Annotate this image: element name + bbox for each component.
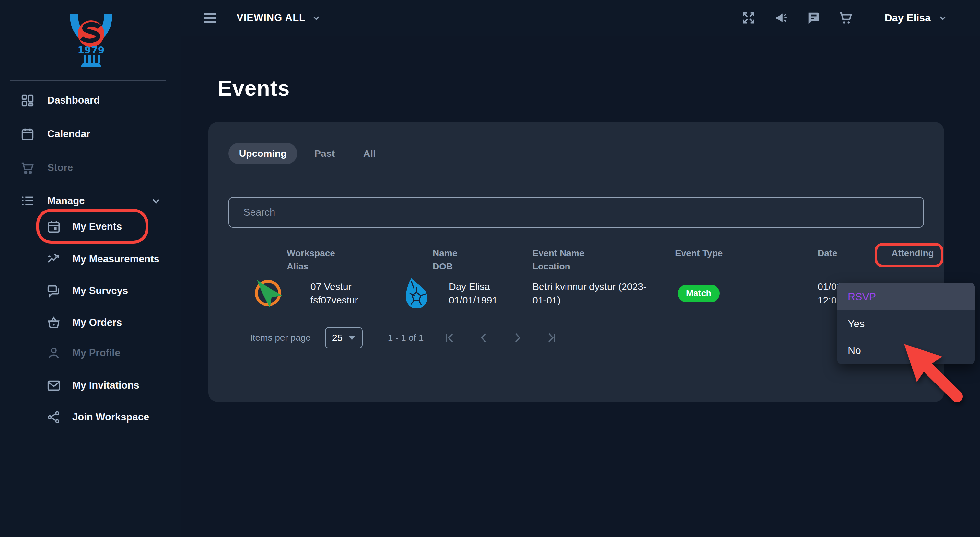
sidebar-item-join-workspace[interactable]: Join Workspace — [0, 401, 181, 433]
column-header-workspace: WorkspaceAlias — [287, 246, 377, 273]
sidebar-item-my-measurements[interactable]: My Measurements — [0, 243, 181, 275]
sidebar-item-dashboard[interactable]: Dashboard — [0, 84, 181, 117]
column-header-event-name: Event NameLocation — [516, 246, 675, 273]
sidebar-item-label: My Events — [72, 221, 122, 232]
dropdown-option-yes[interactable]: Yes — [837, 310, 975, 337]
topbar-actions: Day Elisa — [724, 10, 948, 25]
sidebar-item-my-profile[interactable]: My Profile — [0, 337, 181, 369]
invitations-envelope-icon — [46, 378, 61, 393]
page-header: Events — [181, 36, 980, 106]
surveys-icon — [46, 283, 61, 298]
sidebar-item-label: My Profile — [72, 347, 120, 359]
sidebar-item-store[interactable]: Store — [0, 152, 181, 184]
event-calendar-icon — [46, 219, 61, 234]
topbar: VIEWING ALL Day Elisa — [181, 0, 980, 36]
calendar-icon — [20, 127, 35, 141]
column-header-name: NameDOB — [433, 246, 516, 273]
event-name-cell: Betri kvinnur dystur (2023-01-01) — [516, 280, 675, 307]
page-size-value: 25 — [332, 333, 342, 343]
events-card: Upcoming Past All WorkspaceAlias NameDOB… — [208, 122, 944, 402]
match-badge: Match — [678, 285, 720, 302]
dropdown-option-label: No — [848, 345, 861, 357]
sidebar-item-my-events[interactable]: My Events — [0, 211, 181, 243]
sidebar-item-my-orders[interactable]: My Orders — [0, 307, 181, 339]
07-vestur-logo — [253, 277, 283, 308]
page-size-select[interactable]: 25 — [325, 327, 363, 348]
person-dob: 01/01/1991 — [449, 294, 516, 307]
workspace-logo-cell — [229, 277, 287, 310]
dashboard-icon — [20, 93, 35, 108]
chevron-down-icon — [937, 12, 948, 23]
football-comet-avatar — [403, 277, 430, 308]
page-title: Events — [218, 76, 290, 100]
hamburger-icon[interactable] — [204, 13, 216, 23]
user-name: Day Elisa — [885, 12, 931, 24]
sidebar-item-label: Manage — [47, 195, 84, 207]
sidebar-item-my-surveys[interactable]: My Surveys — [0, 275, 181, 307]
sidebar-item-label: Join Workspace — [72, 411, 149, 423]
previous-page-button[interactable] — [477, 331, 491, 345]
sidebar-divider — [10, 80, 166, 81]
profile-icon — [46, 346, 61, 361]
sidebar: 1979 Dashboard Calendar Store Manage — [0, 0, 181, 537]
tab-past[interactable]: Past — [314, 143, 335, 164]
sidebar-item-label: Dashboard — [47, 95, 100, 106]
viewing-all-dropdown[interactable]: VIEWING ALL — [237, 12, 322, 24]
cart-icon[interactable] — [838, 10, 854, 25]
tab-all[interactable]: All — [363, 143, 375, 164]
table-header-row: WorkspaceAlias NameDOB Event NameLocatio… — [229, 246, 924, 273]
workspace-cell: 07 Vestur fsf07vestur — [287, 280, 377, 307]
fsf-crest-logo: 1979 — [68, 13, 114, 68]
name-cell: Day Elisa 01/01/1991 — [433, 280, 516, 307]
store-cart-icon — [20, 160, 35, 175]
dropdown-option-label: RSVP — [848, 291, 876, 303]
sidebar-item-label: My Surveys — [72, 285, 128, 297]
sidebar-item-label: My Measurements — [72, 253, 159, 265]
pagination: Items per page 25 1 - 1 of 1 — [250, 327, 558, 348]
user-menu[interactable]: Day Elisa — [885, 12, 948, 24]
sidebar-item-label: Store — [47, 162, 73, 173]
chevron-down-icon — [150, 194, 163, 207]
search-input[interactable] — [229, 197, 924, 228]
table-row: 07 Vestur fsf07vestur Day Elisa 01/01/19… — [229, 274, 924, 313]
dropdown-option-rsvp[interactable]: RSVP — [837, 283, 975, 310]
column-header-attending: Attending — [876, 246, 923, 273]
caret-down-icon — [348, 335, 355, 340]
megaphone-icon[interactable] — [773, 10, 789, 25]
event-type-cell: Match — [675, 285, 818, 302]
sidebar-item-calendar[interactable]: Calendar — [0, 118, 181, 150]
row-divider-bottom — [229, 313, 924, 313]
tab-label: Upcoming — [239, 148, 287, 159]
column-header-date: Date — [818, 246, 876, 273]
workspace-alias: fsf07vestur — [310, 294, 377, 307]
tabs-divider — [229, 180, 924, 180]
sidebar-item-label: My Orders — [72, 317, 122, 329]
sidebar-item-label: My Invitations — [72, 380, 139, 391]
column-header-event-type: Event Type — [675, 246, 818, 273]
workspace-name: 07 Vestur — [310, 281, 352, 292]
pagination-range: 1 - 1 of 1 — [388, 333, 424, 343]
attending-dropdown: RSVP Yes No — [837, 283, 975, 364]
dropdown-option-label: Yes — [848, 318, 865, 330]
tab-upcoming[interactable]: Upcoming — [229, 143, 297, 164]
first-page-button[interactable] — [443, 331, 457, 345]
last-page-button[interactable] — [544, 331, 558, 345]
items-per-page-label: Items per page — [250, 333, 311, 343]
sidebar-item-my-invitations[interactable]: My Invitations — [0, 369, 181, 402]
person-name: Day Elisa — [449, 281, 490, 292]
chat-icon[interactable] — [806, 10, 821, 25]
viewing-all-label: VIEWING ALL — [237, 12, 305, 24]
tab-label: All — [363, 148, 375, 159]
chevron-down-icon — [311, 12, 322, 23]
join-workspace-share-icon — [46, 410, 61, 424]
next-page-button[interactable] — [511, 331, 525, 345]
logo-year-text: 1979 — [78, 44, 105, 56]
sidebar-item-label: Calendar — [47, 128, 91, 140]
dropdown-option-no[interactable]: No — [837, 337, 975, 364]
list-icon — [20, 193, 35, 208]
fullscreen-icon[interactable] — [741, 10, 756, 25]
tab-label: Past — [314, 148, 335, 159]
measurements-icon — [46, 252, 61, 267]
orders-basket-icon — [46, 315, 61, 330]
avatar-cell — [377, 277, 433, 310]
